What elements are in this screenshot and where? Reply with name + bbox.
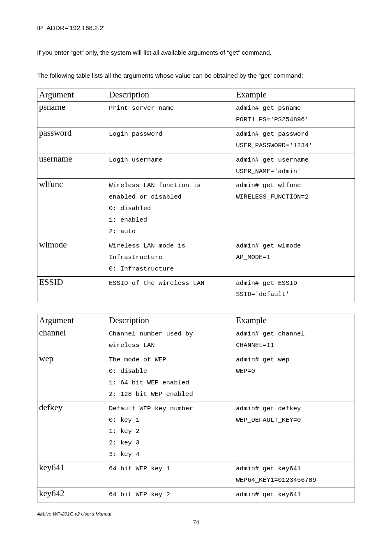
table-row: username Login username admin# get usern… [37, 153, 355, 179]
table-row: wlmode Wireless LAN mode is Infrastructu… [37, 239, 355, 276]
table-row: channel Channel number used by wireless … [37, 327, 355, 353]
desc-cell: Print server name [107, 102, 234, 127]
arg-cell: key642 [37, 488, 107, 502]
table-header-row: Argument Description Example [37, 88, 355, 102]
arg-cell: channel [37, 327, 107, 353]
table-row: password Login password admin# get passw… [37, 127, 355, 153]
table-row: wlfunc Wireless LAN function is enabled … [37, 179, 355, 239]
table-row: ESSID ESSID of the wireless LAN admin# g… [37, 276, 355, 302]
ex-cell: admin# get username USER_NAME='admin' [234, 153, 355, 179]
desc-cell: The mode of WEP 0: disable 1: 64 bit WEP… [107, 353, 234, 402]
ex-cell: admin# get ESSID SSID='default' [234, 276, 355, 302]
arguments-table-1: Argument Description Example psname Prin… [37, 88, 355, 302]
desc-cell: Default WEP key number 0: key 1 1: key 2… [107, 402, 234, 462]
table-row: key641 64 bit WEP key 1 admin# get key64… [37, 462, 355, 488]
ex-cell: admin# get defkey WEP_DEFAULT_KEY=0 [234, 402, 355, 462]
desc-cell: Wireless LAN function is enabled or disa… [107, 179, 234, 239]
arguments-table-2: Argument Description Example channel Cha… [37, 314, 355, 502]
desc-cell: 64 bit WEP key 1 [107, 462, 234, 488]
ex-cell: admin# get password USER_PASSWORD='1234' [234, 127, 355, 153]
col-header-description: Description [107, 314, 234, 327]
arg-cell: username [37, 153, 107, 179]
table-row: defkey Default WEP key number 0: key 1 1… [37, 402, 355, 462]
desc-cell: Login username [107, 153, 234, 179]
arg-cell: wlmode [37, 239, 107, 276]
arg-cell: ESSID [37, 276, 107, 302]
col-header-argument: Argument [37, 88, 107, 102]
desc-cell: ESSID of the wireless LAN [107, 276, 234, 302]
desc-cell: Login password [107, 127, 234, 153]
ex-cell: admin# get channel CHANNEL=11 [234, 327, 355, 353]
table-row: key642 64 bit WEP key 2 admin# get key64… [37, 488, 355, 502]
paragraph-ip-addr: IP_ADDR='192.168.2.2' [37, 23, 355, 33]
ex-cell: admin# get wlmode AP_MODE=1 [234, 239, 355, 276]
arg-cell: defkey [37, 402, 107, 462]
ex-cell: admin# get key641 WEP64_KEY1=0123456789 [234, 462, 355, 488]
ex-cell: admin# get wep WEP=0 [234, 353, 355, 402]
col-header-example: Example [234, 88, 355, 102]
desc-cell: Wireless LAN mode is Infrastructure 0: I… [107, 239, 234, 276]
desc-cell: Channel number used by wireless LAN [107, 327, 234, 353]
paragraph-table-intro: The following table lists all the argume… [37, 71, 355, 81]
arg-cell: key641 [37, 462, 107, 488]
table-row: wep The mode of WEP 0: disable 1: 64 bit… [37, 353, 355, 402]
arg-cell: psname [37, 102, 107, 127]
ex-cell: admin# get psname PORT1_PS='PS254896' [234, 102, 355, 127]
footer-text: AirLive WP-201G v2 User's Manual [37, 511, 355, 516]
ex-cell: admin# get key641 [234, 488, 355, 502]
document-page: IP_ADDR='192.168.2.2' If you enter “get”… [0, 0, 392, 538]
col-header-description: Description [107, 88, 234, 102]
arg-cell: password [37, 127, 107, 153]
table-row: psname Print server name admin# get psna… [37, 102, 355, 127]
paragraph-get-only: If you enter “get” only, the system will… [37, 48, 355, 58]
desc-cell: 64 bit WEP key 2 [107, 488, 234, 502]
col-header-argument: Argument [37, 314, 107, 327]
arg-cell: wlfunc [37, 179, 107, 239]
arg-cell: wep [37, 353, 107, 402]
page-number: 74 [37, 519, 355, 526]
col-header-example: Example [234, 314, 355, 327]
table-header-row: Argument Description Example [37, 314, 355, 327]
ex-cell: admin# get wlfunc WIRELESS_FUNCTION=2 [234, 179, 355, 239]
